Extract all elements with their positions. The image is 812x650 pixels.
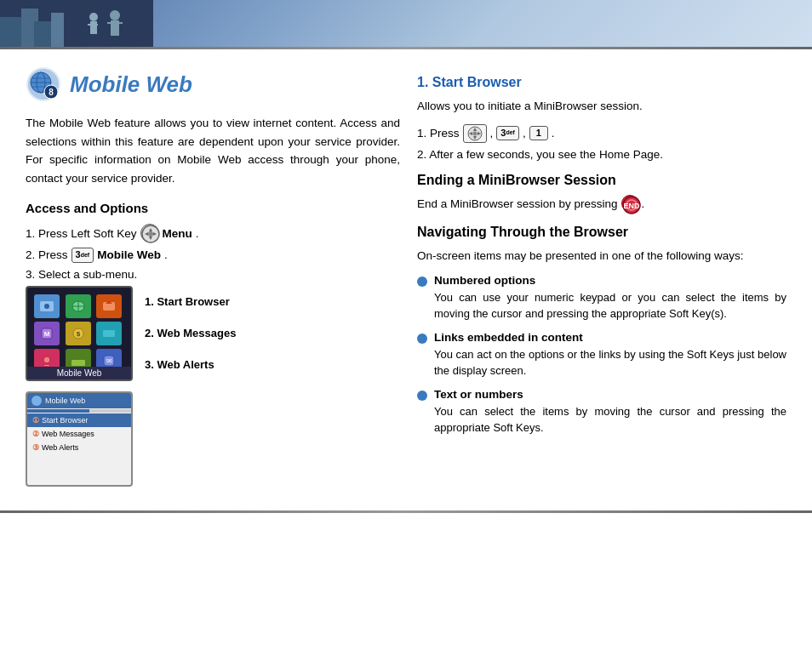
end-session-header: Ending a MiniBrowser Session: [417, 173, 786, 188]
bullet-title-0: Numbered options: [434, 274, 786, 287]
svg-point-25: [44, 304, 49, 309]
bullet-desc-0: You can use your numeric keypad or you c…: [434, 289, 786, 322]
step-3-text: 3. Select a sub-menu.: [26, 268, 137, 281]
svg-point-38: [43, 356, 50, 363]
step-2: 2. Press 3def Mobile Web.: [26, 248, 400, 262]
svg-text:8: 8: [49, 88, 54, 97]
bullet-dot-2: [417, 391, 427, 401]
bullet-desc-1: You can act on the options or the links …: [434, 346, 786, 379]
svg-rect-6: [90, 21, 97, 34]
phone-menu-item-1-selected: ① Start Browser: [27, 413, 131, 427]
intro-text: The Mobile Web feature allows you to vie…: [26, 114, 400, 187]
phone-screen-label: Mobile Web: [27, 367, 131, 379]
start-browser-desc: Allows you to initiate a MiniBrowser ses…: [417, 97, 786, 116]
bullet-item-0: Numbered options You can use your numeri…: [417, 274, 786, 322]
grid-icon-5: $: [66, 322, 91, 345]
right-column: 1. Start Browser Allows you to initiate …: [417, 66, 786, 487]
key-3-def: 3def: [496, 126, 519, 140]
svg-rect-4: [51, 13, 64, 47]
access-options-header: Access and Options: [26, 201, 400, 215]
start-browser-header: 1. Start Browser: [417, 75, 786, 90]
phone-menu-header: Mobile Web: [27, 393, 131, 408]
menu-image-area: M $: [26, 286, 400, 381]
bullet-item-2: Text or numbers You can select the items…: [417, 388, 786, 436]
left-column: 8 Mobile Web The Mobile Web feature allo…: [26, 66, 400, 487]
bullet-desc-2: You can select the items by moving the c…: [434, 403, 786, 436]
svg-point-23: [148, 231, 153, 237]
bullet-dot-0: [417, 277, 427, 287]
page-title: Mobile Web: [70, 71, 192, 98]
start-browser-step2: 2. After a few seconds, you see the Home…: [417, 148, 786, 161]
left-soft-key-icon: [140, 224, 159, 242]
end-session-icon: END: [621, 195, 638, 212]
phone-menu-header-icon: [31, 396, 42, 406]
bottom-divider: [0, 510, 812, 513]
top-banner: [0, 0, 812, 47]
phone-menu-item-3: ③ Web Alerts: [27, 441, 131, 454]
title-area: 8 Mobile Web: [26, 66, 400, 102]
navigate-bullet-list: Numbered options You can use your numeri…: [417, 274, 786, 436]
step-3: 3. Select a sub-menu.: [26, 268, 400, 281]
svg-rect-8: [93, 24, 98, 26]
bullet-content-2: Text or numbers You can select the items…: [434, 388, 786, 436]
key-soft-right: [463, 124, 487, 143]
grid-icon-3: [96, 294, 122, 318]
phone-grid-mockup-wrapper: M $: [26, 286, 133, 381]
mobile-web-icon: 8: [26, 66, 61, 102]
svg-point-9: [110, 10, 120, 20]
grid-icon-4: M: [34, 322, 60, 345]
key-1: 1: [529, 126, 548, 140]
grid-icon-2: [66, 294, 91, 318]
key-3: 3def: [71, 248, 94, 262]
step-1-menu-label: Menu: [163, 227, 192, 240]
bullet-title-1: Links embedded in content: [434, 331, 786, 344]
svg-text:$: $: [76, 330, 80, 338]
phone-menu-scrollbar-inner: [27, 409, 89, 413]
menu-items-text: 1. Start Browser 2. Web Messages 3. Web …: [145, 286, 236, 381]
step-2-mobile-web-label: Mobile Web: [97, 248, 161, 261]
grid-icon-6: [96, 322, 122, 345]
svg-point-5: [89, 13, 98, 21]
bullet-item-1: Links embedded in content You can act on…: [417, 331, 786, 379]
svg-rect-39: [71, 360, 85, 366]
navigate-desc: On-screen items may be presented in one …: [417, 247, 786, 265]
start-browser-step1: 1. Press , 3def , 1 .: [417, 124, 786, 143]
bullet-content-1: Links embedded in content You can act on…: [434, 331, 786, 379]
bullet-content-0: Numbered options You can use your numeri…: [434, 274, 786, 322]
svg-line-37: [112, 328, 113, 330]
step-2-text: 2. Press: [26, 248, 68, 261]
menu-item-2: 2. Web Messages: [145, 327, 236, 339]
phone-menu-scrollbar: [27, 409, 131, 413]
svg-rect-12: [117, 22, 123, 24]
navigate-header: Navigating Through the Browser: [417, 225, 786, 240]
phone-menu-header-label: Mobile Web: [45, 396, 85, 405]
svg-text:END: END: [623, 202, 640, 210]
svg-point-44: [472, 131, 477, 135]
phone-menu-mockup-wrapper: Mobile Web ① Start Browser ② Web Message…: [26, 391, 400, 487]
main-content: 8 Mobile Web The Mobile Web feature allo…: [0, 49, 812, 504]
step-1: 1. Press Left Soft Key Menu.: [26, 224, 400, 242]
svg-rect-7: [88, 24, 93, 26]
phone-grid-mockup: M $: [26, 286, 133, 381]
phone-menu-mockup: Mobile Web ① Start Browser ② Web Message…: [26, 391, 133, 487]
end-session-desc: End a MiniBrowser session by pressing EN…: [417, 195, 786, 214]
menu-item-3: 3. Web Alerts: [145, 358, 236, 371]
bullet-dot-1: [417, 334, 427, 344]
phone-menu-item-2: ② Web Messages: [27, 427, 131, 441]
svg-rect-11: [107, 22, 113, 24]
menu-item-1: 1. Start Browser: [145, 295, 236, 308]
bullet-title-2: Text or numbers: [434, 388, 786, 401]
start-browser-step2-text: 2. After a few seconds, you see the Home…: [417, 148, 663, 161]
grid-icon-1: [34, 294, 60, 318]
step-1-text: 1. Press Left Soft Key: [26, 227, 137, 240]
svg-marker-40: [73, 355, 83, 360]
svg-line-36: [105, 328, 106, 330]
svg-text:M: M: [44, 330, 50, 338]
svg-text:✉: ✉: [106, 357, 112, 365]
svg-rect-35: [103, 330, 115, 337]
